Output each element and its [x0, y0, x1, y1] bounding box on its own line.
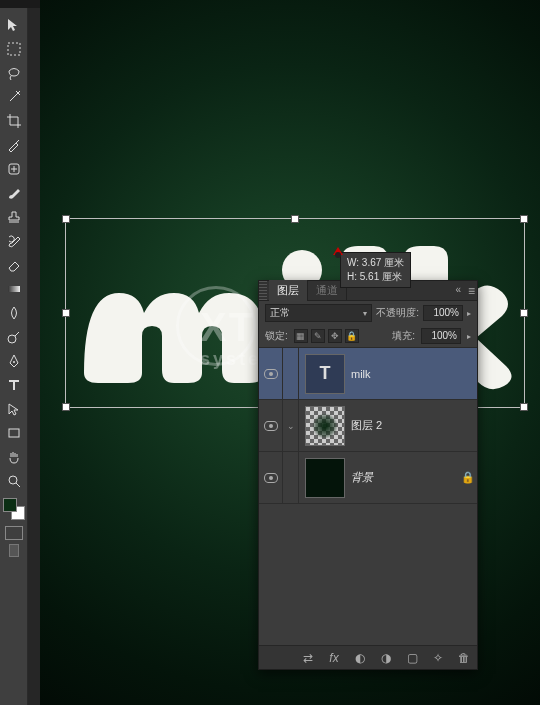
lock-transparency-icon[interactable]: ▦	[294, 329, 308, 343]
crop-tool[interactable]	[3, 110, 25, 132]
fill-stepper-icon[interactable]: ▸	[467, 332, 471, 341]
opacity-label: 不透明度:	[376, 306, 419, 320]
svg-point-3	[8, 335, 16, 343]
visibility-toggle[interactable]	[259, 400, 283, 451]
lock-label: 锁定:	[265, 329, 288, 343]
color-swatches[interactable]	[3, 498, 25, 520]
panel-collapse-icon[interactable]: «	[455, 284, 461, 295]
layers-panel[interactable]: 图层 通道 « ≡ 正常 ▾ 不透明度: 100% ▸ 锁定: ▦ ✎ ✥ 🔒 …	[258, 280, 478, 670]
svg-rect-2	[8, 286, 20, 292]
link-column[interactable]	[283, 452, 299, 503]
eraser-tool[interactable]	[3, 254, 25, 276]
layer-row[interactable]: T milk	[259, 348, 477, 400]
layer-name[interactable]: 图层 2	[351, 418, 477, 433]
rectangle-tool[interactable]	[3, 422, 25, 444]
delete-layer-button[interactable]: 🗑	[455, 649, 473, 667]
lock-all-icon[interactable]: 🔒	[345, 329, 359, 343]
pin-icon	[333, 247, 343, 255]
transform-handle-middle-right[interactable]	[520, 309, 528, 317]
fill-label: 填充:	[392, 329, 415, 343]
layer-row[interactable]: ⌄ 图层 2	[259, 400, 477, 452]
layer-fx-button[interactable]: fx	[325, 649, 343, 667]
lock-icons-group: ▦ ✎ ✥ 🔒	[294, 329, 359, 343]
blend-mode-select[interactable]: 正常 ▾	[265, 304, 372, 322]
type-tool[interactable]	[3, 374, 25, 396]
link-layers-button[interactable]: ⇄	[299, 649, 317, 667]
layer-row[interactable]: 背景 🔒	[259, 452, 477, 504]
magic-wand-tool[interactable]	[3, 86, 25, 108]
link-column[interactable]	[283, 348, 299, 399]
pen-tool[interactable]	[3, 350, 25, 372]
layer-name[interactable]: milk	[351, 368, 477, 380]
marquee-tool[interactable]	[3, 38, 25, 60]
transform-handle-bottom-right[interactable]	[520, 403, 528, 411]
screen-mode-standard[interactable]	[9, 544, 19, 557]
lock-position-icon[interactable]: ✥	[328, 329, 342, 343]
eye-icon	[264, 473, 278, 483]
watermark-circle-icon	[176, 286, 256, 366]
eyedropper-tool[interactable]	[3, 134, 25, 156]
fill-input[interactable]: 100%	[421, 328, 461, 344]
svg-point-6	[9, 476, 17, 484]
lock-fill-row: 锁定: ▦ ✎ ✥ 🔒 填充: 100% ▸	[259, 325, 477, 348]
info-h-value: 5.61 厘米	[360, 271, 402, 282]
transform-handle-bottom-left[interactable]	[62, 403, 70, 411]
svg-point-4	[13, 361, 15, 363]
path-selection-tool[interactable]	[3, 398, 25, 420]
add-mask-button[interactable]: ◐	[351, 649, 369, 667]
type-layer-icon: T	[320, 363, 331, 384]
blur-tool[interactable]	[3, 302, 25, 324]
lock-icon: 🔒	[459, 471, 477, 484]
opacity-input[interactable]: 100%	[423, 305, 463, 321]
healing-brush-tool[interactable]	[3, 158, 25, 180]
lock-pixels-icon[interactable]: ✎	[311, 329, 325, 343]
new-layer-button[interactable]: ✧	[429, 649, 447, 667]
dodge-tool[interactable]	[3, 326, 25, 348]
link-column[interactable]: ⌄	[283, 400, 299, 451]
thumbnail-preview	[312, 413, 338, 439]
eye-icon	[264, 369, 278, 379]
info-h-label: H:	[347, 271, 357, 282]
blend-mode-value: 正常	[270, 306, 290, 320]
quick-mask-toggle[interactable]	[5, 526, 23, 540]
history-brush-tool[interactable]	[3, 230, 25, 252]
transform-handle-top-middle[interactable]	[291, 215, 299, 223]
info-w-value: 3.67 厘米	[362, 257, 404, 268]
transform-handle-middle-left[interactable]	[62, 309, 70, 317]
zoom-tool[interactable]	[3, 470, 25, 492]
brush-tool[interactable]	[3, 182, 25, 204]
tools-panel	[0, 8, 28, 705]
info-w-label: W:	[347, 257, 359, 268]
gradient-tool[interactable]	[3, 278, 25, 300]
hand-tool[interactable]	[3, 446, 25, 468]
layer-thumbnail[interactable]	[305, 458, 345, 498]
foreground-color-swatch[interactable]	[3, 498, 17, 512]
stamp-tool[interactable]	[3, 206, 25, 228]
transform-handle-top-left[interactable]	[62, 215, 70, 223]
group-button[interactable]: ▢	[403, 649, 421, 667]
layer-name[interactable]: 背景	[351, 470, 459, 485]
screen-mode-buttons	[0, 544, 27, 557]
move-tool[interactable]	[3, 14, 25, 36]
tab-layers[interactable]: 图层	[269, 280, 308, 301]
adjustment-layer-button[interactable]: ◑	[377, 649, 395, 667]
transform-handle-top-right[interactable]	[520, 215, 528, 223]
transform-info-tooltip: W: 3.67 厘米 H: 5.61 厘米	[340, 252, 411, 288]
eye-icon	[264, 421, 278, 431]
lasso-tool[interactable]	[3, 62, 25, 84]
chevron-down-icon: ▾	[363, 309, 367, 318]
panel-drag-grip[interactable]	[259, 281, 267, 300]
svg-rect-0	[8, 43, 20, 55]
panel-menu-icon[interactable]: ≡	[468, 284, 475, 298]
blend-opacity-row: 正常 ▾ 不透明度: 100% ▸	[259, 301, 477, 325]
svg-rect-5	[9, 429, 19, 437]
visibility-toggle[interactable]	[259, 348, 283, 399]
layer-thumbnail[interactable]: T	[305, 354, 345, 394]
layers-list: T milk ⌄ 图层 2 背景 🔒	[259, 348, 477, 645]
panel-footer: ⇄ fx ◐ ◑ ▢ ✧ 🗑	[259, 645, 477, 669]
visibility-toggle[interactable]	[259, 452, 283, 503]
layer-thumbnail[interactable]	[305, 406, 345, 446]
opacity-stepper-icon[interactable]: ▸	[467, 309, 471, 318]
